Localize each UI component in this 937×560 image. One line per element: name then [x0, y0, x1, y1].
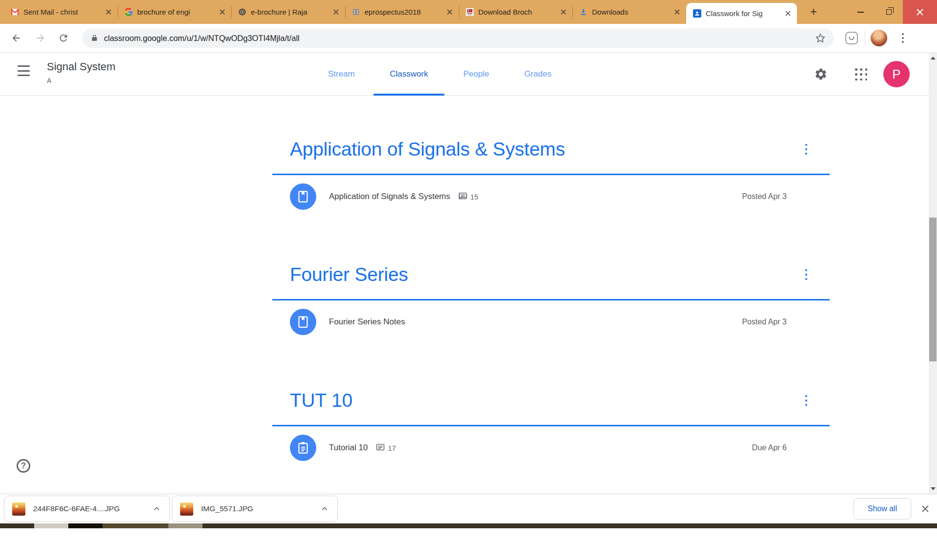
- tab-stream[interactable]: Stream: [311, 53, 371, 96]
- tab-e-brochure[interactable]: e-brochure | Raja: [231, 0, 345, 24]
- close-icon[interactable]: [218, 8, 226, 17]
- gear-icon[interactable]: [814, 67, 828, 81]
- download-icon: [579, 8, 588, 16]
- tab-title: Download Broch: [478, 8, 556, 16]
- tab-classwork[interactable]: Classwork: [373, 53, 445, 96]
- classwork-item[interactable]: Tutorial 10 17 Due Apr 6: [272, 435, 830, 461]
- class-name: Signal System: [47, 60, 116, 73]
- background-window-edge: [0, 523, 937, 528]
- url-text: classroom.google.com/u/1/w/NTQwODg3OTI4M…: [104, 34, 809, 43]
- topic-title: Fourier Series: [272, 262, 830, 287]
- item-title: Fourier Series Notes: [329, 317, 405, 327]
- close-icon[interactable]: [783, 9, 792, 18]
- close-icon[interactable]: [445, 8, 454, 17]
- lock-icon: [91, 34, 98, 42]
- download-item[interactable]: 244F8F6C-6FAE-4....JPG: [4, 496, 170, 522]
- show-all-button[interactable]: Show all: [854, 498, 911, 520]
- topic-title: Application of Signals & Systems: [272, 137, 830, 162]
- close-icon[interactable]: [104, 8, 113, 17]
- tab-title: brochure of engi: [137, 8, 215, 16]
- close-icon[interactable]: [331, 8, 340, 17]
- topic-section: TUT 10 Tutorial 10 17 Due Apr 6: [272, 388, 830, 461]
- downloads-bar-close-icon[interactable]: [919, 503, 931, 515]
- window-restore-button[interactable]: [875, 0, 903, 24]
- tab-classwork-active[interactable]: Classwork for Sig: [686, 3, 797, 24]
- tab-brochure[interactable]: brochure of engi: [118, 0, 231, 24]
- topic-menu-icon[interactable]: [797, 140, 815, 158]
- google-apps-grid-icon[interactable]: [855, 68, 868, 81]
- google-icon: [124, 8, 133, 16]
- page-scrollbar[interactable]: [929, 53, 937, 494]
- extension-icon[interactable]: [844, 31, 859, 45]
- help-icon[interactable]: ?: [17, 459, 30, 473]
- tab-people[interactable]: People: [447, 53, 506, 96]
- close-icon[interactable]: [672, 8, 681, 17]
- classwork-item[interactable]: Fourier Series Notes Posted Apr 3: [272, 309, 830, 335]
- chevron-up-icon[interactable]: [320, 504, 329, 514]
- classroom-icon: [693, 9, 701, 18]
- globe-icon: [352, 8, 360, 16]
- tab-title: eprospectus2018: [365, 8, 442, 16]
- tab-eprospectus[interactable]: eprospectus2018: [345, 0, 459, 24]
- item-meta: Posted Apr 3: [742, 318, 830, 326]
- topic-menu-icon[interactable]: [797, 392, 815, 409]
- assignment-icon: [290, 435, 316, 461]
- topic-divider: [272, 425, 830, 426]
- classwork-item[interactable]: Application of Signals & Systems 15 Post…: [272, 183, 830, 210]
- browser-tab-bar: Sent Mail - christ brochure of engi e-br…: [0, 0, 937, 24]
- tab-title: Downloads: [592, 8, 670, 16]
- item-title: Tutorial 10: [329, 443, 368, 453]
- image-thumbnail: [180, 502, 193, 516]
- download-filename: IMG_5571.JPG: [201, 504, 311, 513]
- college-emblem-icon: [238, 8, 246, 16]
- browser-toolbar: classroom.google.com/u/1/w/NTQwODg3OTI4M…: [0, 24, 937, 53]
- tab-download-brochure[interactable]: Download Broch: [459, 0, 572, 24]
- scroll-up-arrow-icon[interactable]: [929, 54, 937, 62]
- class-title-block[interactable]: Signal System A: [47, 60, 116, 84]
- gmail-icon: [11, 8, 19, 16]
- topic-divider: [272, 299, 830, 300]
- tab-title: e-brochure | Raja: [251, 8, 328, 16]
- tab-grades[interactable]: Grades: [508, 53, 568, 96]
- class-section: A: [47, 77, 116, 84]
- item-title: Application of Signals & Systems: [329, 192, 450, 201]
- window-close-button[interactable]: [903, 0, 937, 24]
- image-thumbnail: [12, 502, 25, 516]
- download-item[interactable]: IMG_5571.JPG: [172, 496, 338, 522]
- classroom-profile-avatar[interactable]: P: [883, 61, 910, 87]
- comment-icon: [375, 443, 385, 453]
- tab-sent-mail[interactable]: Sent Mail - christ: [4, 0, 118, 24]
- toolbar-separator: [865, 31, 865, 45]
- main-menu-icon[interactable]: [18, 65, 31, 76]
- comments-group: 15: [457, 192, 479, 202]
- browser-profile-avatar[interactable]: [871, 30, 887, 46]
- scroll-down-arrow-icon[interactable]: [929, 484, 937, 493]
- bookmark-star-icon[interactable]: [815, 33, 826, 43]
- comment-count: 15: [470, 193, 479, 201]
- back-button[interactable]: [8, 30, 24, 46]
- close-icon[interactable]: [559, 8, 568, 17]
- material-icon: [290, 309, 316, 335]
- chevron-up-icon[interactable]: [152, 504, 162, 514]
- brochure-image-icon: [466, 8, 474, 16]
- topic-section: Fourier Series Fourier Series Notes Post…: [272, 262, 830, 335]
- new-tab-button[interactable]: +: [806, 4, 821, 19]
- topic-menu-icon[interactable]: [797, 266, 815, 283]
- scrollbar-thumb[interactable]: [929, 218, 937, 361]
- tab-title: Sent Mail - christ: [23, 8, 101, 16]
- tab-title: Classwork for Sig: [706, 9, 780, 18]
- address-bar[interactable]: classroom.google.com/u/1/w/NTQwODg3OTI4M…: [82, 28, 834, 48]
- tab-downloads[interactable]: Downloads: [572, 0, 686, 24]
- download-filename: 244F8F6C-6FAE-4....JPG: [33, 504, 143, 513]
- classroom-nav: Stream Classwork People Grades: [311, 53, 568, 96]
- material-icon: [290, 183, 316, 210]
- topic-section: Application of Signals & Systems Applica…: [272, 137, 830, 210]
- comment-count: 17: [388, 444, 396, 452]
- forward-button[interactable]: [32, 30, 49, 46]
- reload-button[interactable]: [55, 30, 72, 46]
- topic-title: TUT 10: [272, 388, 830, 413]
- item-meta: Due Apr 6: [752, 443, 830, 452]
- comment-icon: [457, 192, 468, 202]
- window-minimize-button[interactable]: [846, 0, 875, 24]
- browser-menu-icon[interactable]: [898, 31, 908, 45]
